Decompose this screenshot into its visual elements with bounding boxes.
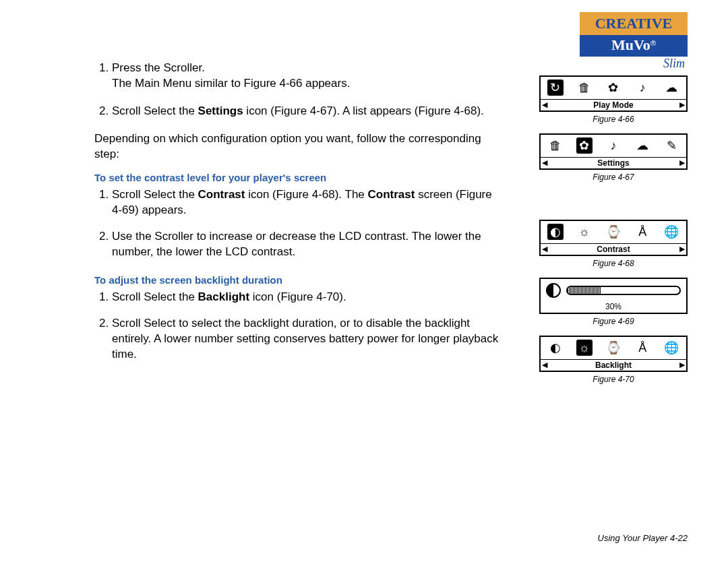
fig-4-70-caption: Figure 4-70 <box>539 375 688 384</box>
right-arrow-icon: ▶ <box>679 245 685 253</box>
contrast-icon: ◐ <box>547 340 564 356</box>
contrast-icon: ◐ <box>547 224 564 240</box>
figures-column: ↻ 🗑 ✿ ♪ ☁ ◀ Play Mode ▶ Figure 4-66 🗑 ✿ … <box>539 75 688 394</box>
backlight-icon: ☼ <box>576 224 593 240</box>
antenna-icon: Å <box>634 340 650 356</box>
figure-4-66: ↻ 🗑 ✿ ♪ ☁ ◀ Play Mode ▶ <box>539 75 688 112</box>
contrast-value: 30% <box>605 302 621 311</box>
muvo-text: MuVo <box>611 36 650 53</box>
clock-icon: ⌚ <box>605 340 621 356</box>
backlight-icon: ☼ <box>576 340 593 356</box>
figure-4-68: ◐ ☼ ⌚ Å 🌐 ◀ Contrast ▶ <box>539 220 688 256</box>
left-arrow-icon: ◀ <box>542 245 547 253</box>
section-backlight-title: To adjust the screen backlight duration <box>77 274 499 286</box>
trash-icon: 🗑 <box>547 137 564 154</box>
intro-step-1: Press the Scroller. The Main Menu simila… <box>112 61 499 92</box>
gear-icon: ✿ <box>576 137 593 154</box>
contrast-step-2: Use the Scroller to increase or decrease… <box>112 229 499 260</box>
right-arrow-icon: ▶ <box>679 360 685 369</box>
speech-icon: ☁ <box>663 80 679 96</box>
antenna-icon: Å <box>634 224 650 240</box>
contrast-icon <box>546 283 561 298</box>
left-arrow-icon: ◀ <box>542 158 547 167</box>
globe-icon: 🌐 <box>663 340 679 356</box>
mic-icon: ✎ <box>663 137 679 154</box>
figure-4-70: ◐ ☼ ⌚ Å 🌐 ◀ Backlight ▶ <box>539 336 688 372</box>
fig-4-69-caption: Figure 4-69 <box>539 317 688 326</box>
fig-4-68-caption: Figure 4-68 <box>539 259 688 268</box>
left-arrow-icon: ◀ <box>542 360 547 369</box>
playmode-icon: ↻ <box>547 80 564 96</box>
music-icon: ♪ <box>605 137 621 154</box>
page-footer: Using Your Player 4-22 <box>598 533 688 543</box>
gear-icon: ✿ <box>605 80 621 96</box>
right-arrow-icon: ▶ <box>679 158 685 167</box>
contrast-step-1: Scroll Select the Contrast icon (Figure … <box>112 187 499 218</box>
fig-4-66-caption: Figure 4-66 <box>539 115 688 124</box>
backlight-step-2: Scroll Select to select the backlight du… <box>112 316 499 363</box>
globe-icon: 🌐 <box>663 224 679 240</box>
speech-icon: ☁ <box>634 137 650 154</box>
music-icon: ♪ <box>634 80 650 96</box>
backlight-step-1: Scroll Select the Backlight icon (Figure… <box>112 290 499 305</box>
clock-icon: ⌚ <box>605 224 621 240</box>
figure-4-69: 30% <box>539 278 688 314</box>
right-arrow-icon: ▶ <box>679 100 685 109</box>
trash-icon: 🗑 <box>576 80 593 96</box>
creative-text: CREATIVE <box>595 15 673 32</box>
intro-step-2: Scroll Select the Settings icon (Figure … <box>112 104 499 119</box>
brand-logo: CREATIVE MuVo® Slim <box>580 12 688 71</box>
muvo-logo: MuVo® <box>580 35 688 57</box>
section-contrast-title: To set the contrast level for your playe… <box>77 172 499 183</box>
contrast-bar <box>566 286 681 295</box>
fig-4-67-caption: Figure 4-67 <box>539 172 688 182</box>
depending-text: Depending on which configuration option … <box>94 131 499 162</box>
main-content: Press the Scroller. The Main Menu simila… <box>94 61 499 373</box>
creative-logo: CREATIVE <box>580 12 688 35</box>
figure-4-67: 🗑 ✿ ♪ ☁ ✎ ◀ Settings ▶ <box>539 133 688 170</box>
slim-text: Slim <box>580 57 688 71</box>
left-arrow-icon: ◀ <box>542 100 547 109</box>
